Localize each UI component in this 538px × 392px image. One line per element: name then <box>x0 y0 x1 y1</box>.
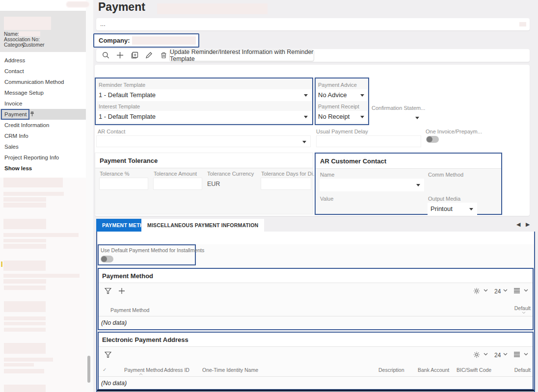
redacted-customer-id <box>4 17 51 30</box>
sidebar-item-sales[interactable]: Sales <box>0 141 86 152</box>
company-label: Company: <box>99 37 130 44</box>
reminder-interest-group: Reminder Template 1 - Default Template I… <box>95 78 313 125</box>
column-one-time-identity-name[interactable]: One-Time Identity Name <box>202 367 258 373</box>
tab-scroll-right-icon[interactable]: ▶ <box>526 221 530 228</box>
filter-icon[interactable] <box>105 351 111 358</box>
electronic-payment-address-panel: Electronic Payment Address 24 <box>98 332 534 390</box>
sidebar-item-communication-method[interactable]: Communication Method <box>0 77 86 87</box>
gear-icon[interactable] <box>473 351 480 358</box>
output-media-select[interactable]: Printout <box>428 203 477 215</box>
payment-receipt-select[interactable]: No Receipt <box>317 111 367 123</box>
sidebar-item-project-reporting-info[interactable]: Project Reporting Info <box>0 152 86 163</box>
row-density-icon[interactable] <box>513 351 520 358</box>
sort-asc-icon <box>139 373 143 375</box>
page-title: Payment <box>98 0 145 14</box>
chevron-down-icon <box>522 312 526 314</box>
one-invoice-toggle[interactable] <box>426 136 439 143</box>
sidebar-item-show-less[interactable]: Show less <box>0 163 86 174</box>
sidebar-item-invoice[interactable]: Invoice <box>0 98 86 109</box>
payment-receipt-value: No Receipt <box>318 113 350 120</box>
select-all-check-icon[interactable]: ✓ <box>103 367 107 372</box>
usual-payment-delay-input[interactable] <box>316 135 421 147</box>
redacted-breadcrumb-chip <box>519 22 526 26</box>
redacted-block <box>4 385 46 392</box>
payment-tolerance-group: Payment Tolerance Tolerance % Tolerance … <box>95 153 313 214</box>
chevron-down-icon[interactable] <box>503 289 508 292</box>
redacted-block <box>4 343 46 354</box>
vertical-scrollbar-thumb[interactable] <box>87 356 90 383</box>
column-bank-account[interactable]: Bank Account <box>418 367 449 373</box>
duplicate-icon[interactable] <box>131 52 138 59</box>
tab-label: MISCELLANEOUS PAYMENT INFORMATION <box>147 222 258 228</box>
column-payment-method[interactable]: Payment Method <box>110 307 149 313</box>
category-value: Customer <box>22 42 45 48</box>
contact-name-label: Name <box>320 172 334 178</box>
ar-contact-select[interactable] <box>96 135 311 147</box>
installments-toggle[interactable] <box>101 256 113 262</box>
chevron-down-icon[interactable] <box>524 353 528 356</box>
sidebar-item-message-setup[interactable]: Message Setup <box>0 87 86 98</box>
reminder-template-label: Reminder Template <box>99 82 145 88</box>
column-default[interactable]: Default <box>514 305 531 311</box>
column-default[interactable]: Default <box>514 367 531 373</box>
sidebar-item-label: Sales <box>4 144 19 150</box>
tolerance-amount-input[interactable] <box>153 178 202 190</box>
edit-icon[interactable] <box>145 52 153 59</box>
sidebar-item-address[interactable]: Address <box>0 55 86 66</box>
column-address-id[interactable]: Address ID <box>164 367 189 373</box>
sidebar-item-label: Contact <box>4 68 24 74</box>
column-description[interactable]: Description <box>378 367 404 373</box>
search-icon[interactable] <box>102 52 109 59</box>
redacted-block <box>3 197 46 202</box>
chevron-down-icon <box>360 94 364 97</box>
breadcrumb-bar[interactable]: ... <box>96 18 530 30</box>
contact-name-select[interactable] <box>320 179 424 191</box>
page-size-value[interactable]: 24 <box>494 352 501 359</box>
add-row-icon[interactable] <box>118 287 125 294</box>
chevron-down-icon[interactable] <box>484 353 488 356</box>
column-header-divider <box>99 376 533 377</box>
company-selector[interactable]: Company: <box>93 33 199 48</box>
payment-method-panel: Payment Method 24 <box>98 268 534 330</box>
sidebar-item-credit-information[interactable]: Credit Information <box>0 120 86 131</box>
gear-icon[interactable] <box>473 287 480 294</box>
redacted-block <box>3 279 46 284</box>
payment-advice-select[interactable]: No Advice <box>317 89 367 101</box>
redacted-block <box>3 274 80 278</box>
sidebar-item-payment[interactable]: Payment <box>0 109 86 120</box>
reminder-template-select[interactable]: 1 - Default Template <box>97 89 312 101</box>
sidebar-item-contact[interactable]: Contact <box>0 66 86 77</box>
sidebar-item-label: CRM Info <box>4 133 28 139</box>
tab-miscellaneous-payment-information[interactable]: MISCELLANEOUS PAYMENT INFORMATION <box>141 219 264 232</box>
redacted-block <box>4 358 53 362</box>
toolbar: Update Reminder/Interest Information wit… <box>96 49 530 62</box>
delete-icon[interactable] <box>160 52 167 59</box>
tolerance-pct-input[interactable] <box>99 178 148 190</box>
update-reminder-button[interactable]: Update Reminder/Interest Information wit… <box>169 50 314 61</box>
interest-template-select[interactable]: 1 - Default Template <box>97 111 312 123</box>
usual-payment-delay-label: Usual Payment Delay <box>316 129 368 134</box>
tab-panel-top-strip <box>97 232 534 244</box>
column-bic-swift-code[interactable]: BIC/Swift Code <box>457 367 491 373</box>
tolerance-days-input[interactable] <box>261 178 311 190</box>
payment-methods-tab-panel: Use Default Payment Method for Installme… <box>96 232 535 392</box>
add-icon[interactable] <box>116 52 124 59</box>
main-content: Payment ... Company: <box>93 0 538 392</box>
page-size-value[interactable]: 24 <box>494 288 501 295</box>
sidebar: Name: Association No: Category: Customer… <box>0 0 86 392</box>
chevron-down-icon[interactable] <box>524 289 528 292</box>
confirmation-statement-select[interactable] <box>372 112 422 124</box>
one-invoice-label: One Invoice/Prepaym... <box>426 129 482 134</box>
chevron-down-icon[interactable] <box>503 353 508 356</box>
reminder-template-value: 1 - Default Template <box>99 91 156 99</box>
chevron-down-icon <box>304 116 308 118</box>
row-density-icon[interactable] <box>513 287 520 294</box>
redacted-title-value <box>157 3 268 14</box>
output-media-value: Printout <box>430 205 453 212</box>
sidebar-item-crm-info[interactable]: CRM Info <box>0 131 86 141</box>
tab-scroll-left-icon[interactable]: ◀ <box>516 221 520 228</box>
chevron-down-icon[interactable] <box>484 289 488 292</box>
column-payment-method[interactable]: Payment Method <box>124 367 163 373</box>
tolerance-currency-value: EUR <box>207 181 220 187</box>
filter-icon[interactable] <box>105 287 111 294</box>
